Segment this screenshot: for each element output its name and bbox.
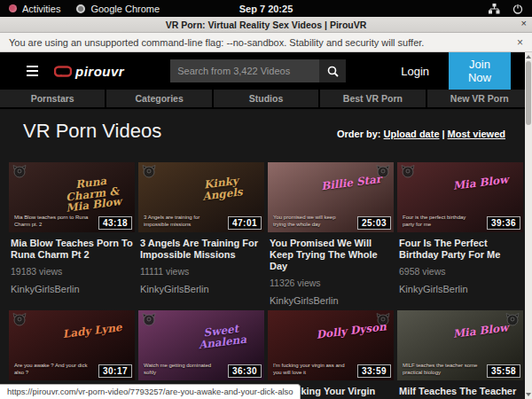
video-duration-badge: 39:36 xyxy=(487,216,520,230)
video-studio-link[interactable]: KinkyGirlsBerlin xyxy=(140,284,262,294)
nav-item-studios[interactable]: Studios xyxy=(214,90,318,107)
video-card[interactable]: Kinky Angels 3 Angels are training for i… xyxy=(138,162,264,306)
video-duration-badge: 43:18 xyxy=(98,216,132,230)
nav-item-new-vr-porn[interactable]: New VR Porn xyxy=(427,90,532,107)
nav-item-pornstars[interactable]: Pornstars xyxy=(0,90,105,107)
thumbnail-overlay-title: Runa Charm & Mia Blow xyxy=(54,173,130,215)
system-top-bar: Activities Google Chrome Sep 7 20:25 xyxy=(0,0,532,17)
video-title[interactable]: 3 Angels Are Training For Impossible Mis… xyxy=(140,238,262,261)
search-button[interactable] xyxy=(319,59,346,82)
window-close-icon[interactable]: × xyxy=(521,18,527,28)
video-card[interactable]: Runa Charm & Mia Blow Mia Blow teaches p… xyxy=(9,162,135,306)
thumbnail-overlay-title: Lady Lyne xyxy=(55,321,129,341)
video-views: 6958 views xyxy=(399,266,521,277)
site-header: pirouvr Login Join Now xyxy=(0,52,532,90)
order-separator: | xyxy=(442,129,445,139)
video-thumbnail[interactable]: Sweet Analena Watch me getting dominated… xyxy=(138,310,264,380)
browser-title-bar: VR Porn: Virtual Reality Sex Videos | Pi… xyxy=(0,17,532,33)
system-clock[interactable]: Sep 7 20:25 xyxy=(239,4,293,14)
video-thumbnail[interactable]: Mia Blow MILF teaches the teacher some p… xyxy=(397,310,523,380)
order-by-upload-date-link[interactable]: Upload date xyxy=(384,129,440,139)
video-views: 19183 views xyxy=(11,266,133,277)
chrome-app-menu[interactable]: Google Chrome xyxy=(76,4,160,14)
network-icon[interactable] xyxy=(489,4,500,14)
hamburger-menu-icon[interactable] xyxy=(27,66,38,76)
thumbnail-overlay-title: Billie Star xyxy=(314,173,387,193)
video-duration-badge: 30:17 xyxy=(98,364,132,378)
page-content: VR Porn Videos Order by: Upload date|Mos… xyxy=(0,109,532,399)
studio-cat-mask-logo xyxy=(142,165,156,178)
thumbnail-caption: Are you awake ? And your dick also ? xyxy=(14,363,90,377)
thumbnail-caption: Four is the perfect birthday party for m… xyxy=(403,215,478,229)
video-grid: Runa Charm & Mia Blow Mia Blow teaches p… xyxy=(9,162,523,399)
scroll-down-arrow-icon[interactable] xyxy=(525,390,532,399)
nav-item-best-vr-porn[interactable]: Best VR Porn xyxy=(320,90,425,107)
video-duration-badge: 33:59 xyxy=(357,364,391,378)
search-input[interactable] xyxy=(170,59,319,82)
window-title: VR Porn: Virtual Reality Sex Videos | Pi… xyxy=(0,20,532,30)
video-duration-badge: 36:30 xyxy=(228,364,262,378)
chrome-infobar: You are using an unsupported command-lin… xyxy=(0,33,532,52)
studio-cat-mask-logo xyxy=(142,313,156,326)
scroll-up-arrow-icon[interactable] xyxy=(525,52,532,61)
chrome-app-label: Google Chrome xyxy=(90,4,160,14)
video-card[interactable]: Mia Blow MILF teaches the teacher some p… xyxy=(397,310,523,399)
thumbnail-overlay-title: Mia Blow xyxy=(443,173,517,193)
video-title[interactable]: Four Is The Perfect Birthday Party For M… xyxy=(399,238,521,261)
video-views: 11111 views xyxy=(140,266,262,277)
studio-cat-mask-logo xyxy=(12,313,27,326)
join-now-button[interactable]: Join Now xyxy=(449,52,511,90)
activities-label: Activities xyxy=(22,4,60,14)
video-card[interactable]: Mia Blow Four is the perfect birthday pa… xyxy=(397,162,523,306)
thumbnail-caption: Watch me getting dominated softly xyxy=(144,363,219,377)
thumbnail-overlay-title: Sweet Analena xyxy=(184,321,259,352)
thumbnail-caption: I'm fucking your virgin ass and you will… xyxy=(273,363,348,377)
thumbnail-caption: You promised we will keep trying the who… xyxy=(273,215,348,229)
main-nav: Pornstars Categories Studios Best VR Por… xyxy=(0,90,532,109)
thumbnail-caption: MILF teaches the teacher some practical … xyxy=(403,363,478,377)
page-scrollbar[interactable] xyxy=(525,52,532,399)
order-by-controls: Order by: Upload date|Most viewed xyxy=(337,129,516,143)
search-icon xyxy=(327,66,339,77)
nav-item-categories[interactable]: Categories xyxy=(106,90,211,107)
video-thumbnail[interactable]: Billie Star You promised we will keep tr… xyxy=(268,162,394,232)
search-bar xyxy=(170,59,346,82)
thumbnail-caption: 3 Angels are training for impossible mis… xyxy=(144,215,219,229)
video-studio-link[interactable]: KinkyGirlsBerlin xyxy=(270,295,392,306)
infobar-message: You are using an unsupported command-lin… xyxy=(9,37,424,48)
activities-button[interactable]: Activities xyxy=(9,4,60,14)
browser-viewport: pirouvr Login Join Now Pornstars Categor… xyxy=(0,52,532,399)
video-duration-badge: 35:58 xyxy=(487,364,520,378)
activities-icon xyxy=(9,4,17,12)
video-views: 11326 views xyxy=(270,278,392,288)
status-bar-url: https://pirouvr.com/vr-porn-video/779325… xyxy=(0,384,301,399)
video-thumbnail[interactable]: Runa Charm & Mia Blow Mia Blow teaches p… xyxy=(9,162,135,232)
login-link[interactable]: Login xyxy=(401,65,429,78)
chrome-icon xyxy=(76,4,85,13)
order-by-label: Order by: xyxy=(337,129,381,139)
page-title: VR Porn Videos xyxy=(23,120,161,143)
site-logo[interactable]: pirouvr xyxy=(54,64,124,79)
video-studio-link[interactable]: KinkyGirlsBerlin xyxy=(399,284,521,294)
thumbnail-overlay-title: Kinky Angels xyxy=(184,173,259,204)
video-thumbnail[interactable]: Dolly Dyson I'm fucking your virgin ass … xyxy=(268,310,394,380)
thumbnail-overlay-title: Dolly Dyson xyxy=(314,321,387,341)
video-duration-badge: 47:01 xyxy=(228,216,262,230)
power-icon[interactable] xyxy=(512,4,523,14)
video-title[interactable]: Milf Teaches The Teacher Some Practical … xyxy=(399,386,521,399)
video-studio-link[interactable]: KinkyGirlsBerlin xyxy=(11,284,133,294)
order-by-most-viewed-link[interactable]: Most viewed xyxy=(448,129,505,139)
video-title[interactable]: You Promised We Will Keep Trying The Who… xyxy=(270,238,392,272)
infobar-close-icon[interactable]: × xyxy=(517,36,523,49)
video-duration-badge: 25:03 xyxy=(357,216,391,230)
video-thumbnail[interactable]: Kinky Angels 3 Angels are training for i… xyxy=(138,162,264,232)
studio-cat-mask-logo xyxy=(401,165,415,178)
site-logo-text: pirouvr xyxy=(75,64,124,79)
scrollbar-thumb[interactable] xyxy=(526,61,531,125)
video-thumbnail[interactable]: Mia Blow Four is the perfect birthday pa… xyxy=(397,162,523,232)
video-card[interactable]: Billie Star You promised we will keep tr… xyxy=(268,162,394,306)
thumbnail-caption: Mia Blow teaches porn to Runa Charm pt. … xyxy=(14,215,90,229)
vr-goggles-icon xyxy=(54,66,72,77)
video-thumbnail[interactable]: Lady Lyne Are you awake ? And your dick … xyxy=(9,310,135,380)
video-title[interactable]: Mia Blow Teaches Porn To Runa Charm Pt 2 xyxy=(11,238,133,261)
